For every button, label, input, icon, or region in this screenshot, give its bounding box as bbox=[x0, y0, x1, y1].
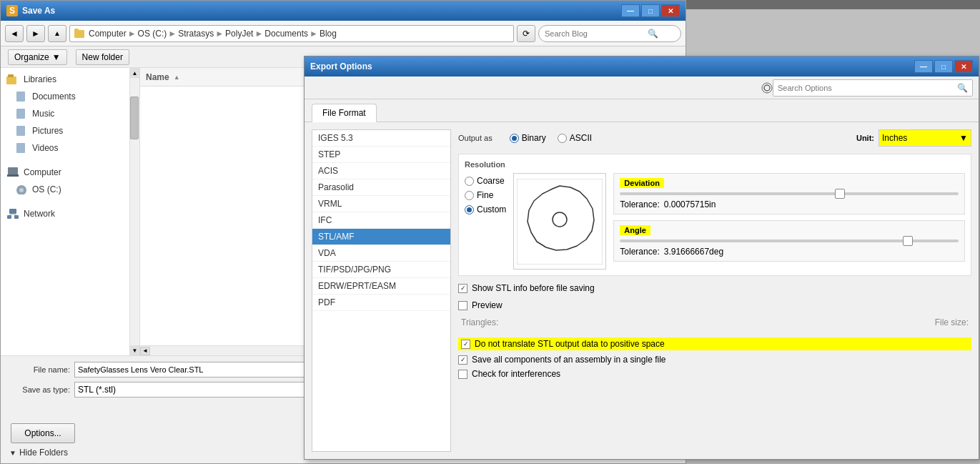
format-vda[interactable]: VDA bbox=[312, 245, 450, 262]
deviation-tolerance-value: 0.00075715in bbox=[664, 199, 716, 209]
nav-scrollbar[interactable]: ▲ ▼ bbox=[129, 68, 139, 355]
minimize-button[interactable]: — bbox=[621, 4, 640, 17]
nav-item-network[interactable]: Network bbox=[1, 205, 139, 222]
search-input[interactable] bbox=[545, 29, 645, 38]
music-icon bbox=[15, 108, 28, 119]
address-path[interactable]: Computer ► OS (C:) ► Stratasys ► PolyJet… bbox=[69, 25, 514, 42]
up-button[interactable]: ▲ bbox=[48, 25, 66, 42]
app-icon: S bbox=[6, 5, 18, 16]
fine-radio-circle[interactable] bbox=[465, 191, 474, 200]
coarse-radio[interactable]: Coarse bbox=[465, 176, 506, 186]
binary-radio-circle[interactable] bbox=[510, 134, 519, 143]
format-ifc-label: IFC bbox=[318, 215, 332, 225]
custom-radio[interactable]: Custom bbox=[465, 204, 506, 214]
options-label: Options... bbox=[24, 428, 61, 438]
check-interferences-label: Check for interferences bbox=[472, 369, 560, 379]
dialog-minimize-btn[interactable]: — bbox=[914, 60, 933, 73]
format-edrw-label: EDRW/EPRT/EASM bbox=[318, 281, 396, 291]
format-step[interactable]: STEP bbox=[312, 147, 450, 163]
os-c-label: OS (C:) bbox=[32, 184, 134, 194]
angle-slider-row[interactable] bbox=[620, 240, 959, 242]
new-folder-button[interactable]: New folder bbox=[76, 49, 129, 65]
format-list: IGES 5.3 STEP ACIS Parasolid VRML IFC ST… bbox=[312, 129, 451, 452]
nav-item-computer[interactable]: Computer bbox=[1, 164, 139, 181]
binary-radio[interactable]: Binary bbox=[510, 133, 546, 143]
format-vrml[interactable]: VRML bbox=[312, 196, 450, 212]
format-ifc[interactable]: IFC bbox=[312, 212, 450, 229]
format-tif-psd[interactable]: TIF/PSD/JPG/PNG bbox=[312, 262, 450, 278]
do-not-translate-checkbox[interactable] bbox=[461, 340, 470, 349]
show-stl-info-checkbox[interactable] bbox=[458, 284, 467, 293]
nav-item-documents[interactable]: Documents bbox=[1, 88, 139, 105]
unit-arrow: ▼ bbox=[959, 133, 968, 143]
documents-label: Documents bbox=[32, 92, 134, 102]
scroll-down-btn[interactable]: ▼ bbox=[130, 345, 139, 355]
refresh-button[interactable]: ⟳ bbox=[517, 25, 535, 42]
dialog-maximize-btn[interactable]: □ bbox=[934, 60, 953, 73]
nav-item-videos[interactable]: Videos bbox=[1, 139, 139, 157]
bottom-checkboxes: Do not translate STL output data to posi… bbox=[458, 335, 971, 379]
nav-item-music[interactable]: Music bbox=[1, 105, 139, 122]
fine-radio[interactable]: Fine bbox=[465, 190, 506, 200]
deviation-slider-thumb[interactable] bbox=[835, 189, 845, 199]
search-options-box[interactable]: 🔍 bbox=[773, 79, 973, 97]
svg-text:S: S bbox=[9, 6, 15, 15]
coarse-radio-circle[interactable] bbox=[465, 177, 474, 186]
deviation-slider-row[interactable] bbox=[620, 192, 959, 195]
ascii-radio[interactable]: ASCII bbox=[558, 133, 592, 143]
search-options-input[interactable] bbox=[778, 84, 954, 92]
format-stl-amf[interactable]: STL/AMF bbox=[312, 229, 450, 245]
unit-select[interactable]: Inches ▼ bbox=[878, 129, 971, 147]
custom-label: Custom bbox=[477, 204, 506, 214]
format-tif-psd-label: TIF/PSD/JPG/PNG bbox=[318, 265, 391, 275]
format-iges53-label: IGES 5.3 bbox=[318, 133, 353, 143]
dialog-close-btn[interactable]: ✕ bbox=[954, 60, 973, 73]
format-acis[interactable]: ACIS bbox=[312, 163, 450, 179]
save-as-title: Save As bbox=[22, 6, 621, 16]
nav-item-os-c[interactable]: OS (C:) bbox=[1, 181, 139, 198]
options-button[interactable]: Options... bbox=[11, 423, 75, 443]
output-unit-row: Output as Binary ASCII Unit: Inches ▼ bbox=[458, 129, 971, 147]
do-not-translate-label: Do not translate STL output data to posi… bbox=[475, 339, 665, 349]
save-all-components-checkbox[interactable] bbox=[458, 355, 467, 365]
resolution-label: Resolution bbox=[465, 160, 965, 169]
network-icon bbox=[6, 208, 19, 219]
maximize-button[interactable]: □ bbox=[641, 4, 660, 17]
nav-item-pictures[interactable]: Pictures bbox=[1, 122, 139, 139]
angle-slider-thumb[interactable] bbox=[903, 236, 913, 246]
search-box[interactable]: 🔍 bbox=[538, 25, 681, 42]
svg-rect-9 bbox=[16, 143, 25, 153]
organize-button[interactable]: Organize ▼ bbox=[8, 49, 67, 65]
format-edrw[interactable]: EDRW/EPRT/EASM bbox=[312, 278, 450, 295]
forward-button[interactable]: ► bbox=[26, 25, 45, 42]
scroll-left-btn[interactable]: ◄ bbox=[140, 347, 150, 355]
tab-file-format[interactable]: File Format bbox=[312, 104, 377, 122]
check-interferences-checkbox[interactable] bbox=[458, 370, 467, 379]
fine-label: Fine bbox=[477, 190, 493, 200]
format-pdf[interactable]: PDF bbox=[312, 295, 450, 311]
organize-label: Organize bbox=[14, 52, 49, 62]
save-as-title-bar: S Save As — □ ✕ bbox=[1, 1, 685, 21]
libraries-icon bbox=[6, 74, 19, 85]
nav-item-libraries[interactable]: Libraries bbox=[1, 71, 139, 88]
preview-checkbox[interactable] bbox=[458, 301, 467, 310]
title-controls: — □ ✕ bbox=[621, 4, 680, 17]
custom-radio-circle[interactable] bbox=[465, 205, 474, 214]
scroll-up-btn[interactable]: ▲ bbox=[130, 68, 139, 78]
svg-line-17 bbox=[9, 214, 13, 215]
back-button[interactable]: ◄ bbox=[5, 25, 24, 42]
close-button[interactable]: ✕ bbox=[661, 4, 680, 17]
deviation-slider-track[interactable] bbox=[620, 192, 959, 195]
ascii-radio-circle[interactable] bbox=[558, 134, 567, 143]
pictures-icon bbox=[15, 125, 28, 137]
triangles-label: Triangles: bbox=[461, 317, 498, 327]
svg-rect-14 bbox=[9, 209, 16, 214]
resolution-section: Resolution Coarse Fine bbox=[458, 154, 971, 276]
angle-slider-track[interactable] bbox=[620, 240, 959, 242]
angle-label: Angle bbox=[620, 225, 650, 235]
format-iges53[interactable]: IGES 5.3 bbox=[312, 130, 450, 147]
svg-point-13 bbox=[19, 188, 24, 192]
format-parasolid[interactable]: Parasolid bbox=[312, 179, 450, 196]
nav-scroll-thumb[interactable] bbox=[130, 97, 139, 139]
tri-size-row: Triangles: File size: bbox=[458, 317, 971, 327]
